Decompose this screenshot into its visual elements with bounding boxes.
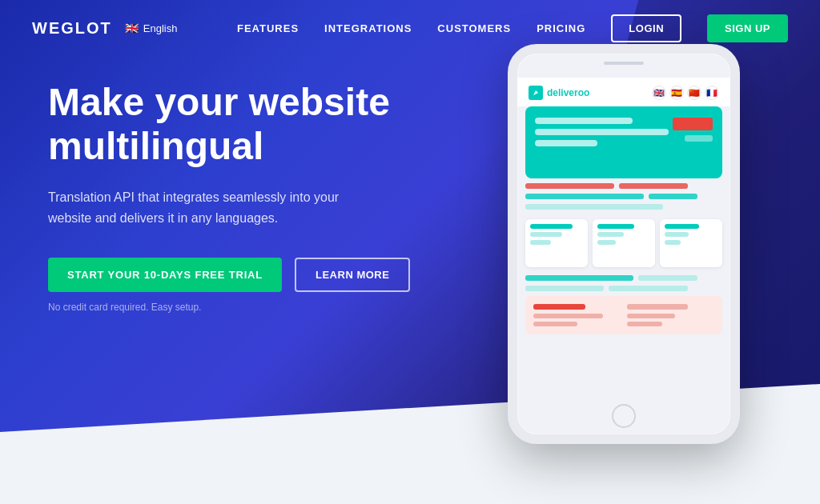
card-line-5 [597, 232, 624, 237]
content-row-3 [525, 204, 722, 210]
phone-screen: deliveroo 🇬🇧 🇪🇸 🇨🇳 🇫🇷 [517, 78, 730, 410]
footer-line-1 [533, 304, 585, 310]
deliveroo-name: deliveroo [547, 87, 589, 98]
login-button[interactable]: LOGIN [611, 14, 681, 42]
app-cards [517, 214, 730, 272]
card-line-9 [665, 240, 681, 245]
content-row-4 [525, 275, 722, 281]
footer-line-6 [627, 322, 662, 326]
trial-button[interactable]: START YOUR 10-DAYS FREE TRIAL [48, 258, 282, 292]
content-line-3 [525, 194, 644, 199]
flag-icon: 🇬🇧 [125, 22, 139, 34]
learn-more-button[interactable]: LEARN MORE [295, 258, 410, 292]
flag-uk: 🇬🇧 [652, 86, 666, 100]
phone-frame: deliveroo 🇬🇧 🇪🇸 🇨🇳 🇫🇷 [508, 44, 740, 444]
banner-line-2 [535, 129, 669, 135]
content-line-8 [525, 286, 604, 291]
content-line-7 [638, 275, 697, 281]
card-line-6 [597, 240, 616, 245]
footer-col-2 [627, 304, 714, 326]
logo-text: WEGLOT [32, 19, 112, 38]
flag-es: 🇪🇸 [669, 86, 684, 100]
app-content-2 [517, 275, 730, 291]
banner-line-3 [535, 140, 597, 146]
banner-button-2 [685, 135, 713, 142]
language-label: English [143, 22, 178, 34]
flag-fr: 🇫🇷 [705, 86, 719, 100]
hero-title: Make your website multilingual [48, 80, 464, 168]
footer-line-5 [627, 314, 675, 318]
footer-line-3 [533, 322, 577, 326]
header: WEGLOT 🇬🇧 English FEATURES INTEGRATIONS … [0, 0, 820, 56]
nav-features[interactable]: FEATURES [237, 22, 299, 34]
deliveroo-logo: deliveroo [529, 86, 589, 100]
deliveroo-svg [532, 89, 540, 97]
nav-integrations[interactable]: INTEGRATIONS [324, 22, 412, 34]
app-card-1 [525, 219, 588, 267]
app-footer-section [525, 296, 722, 334]
content-line-9 [609, 286, 687, 291]
hero-content: Make your website multilingual Translati… [48, 80, 464, 313]
app-header: deliveroo 🇬🇧 🇪🇸 🇨🇳 🇫🇷 [517, 78, 730, 106]
card-line-3 [530, 240, 551, 245]
content-line-5 [525, 204, 663, 210]
card-line-7 [665, 224, 699, 229]
main-nav: FEATURES INTEGRATIONS CUSTOMERS PRICING … [237, 14, 788, 42]
card-line-2 [530, 232, 562, 237]
deliveroo-icon [529, 86, 543, 100]
banner-button-1 [673, 118, 713, 130]
language-selector[interactable]: 🇬🇧 English [125, 22, 178, 34]
logo-link[interactable]: WEGLOT [32, 19, 112, 38]
card-line-1 [530, 224, 573, 229]
app-card-2 [593, 219, 655, 267]
content-row-1 [525, 183, 722, 189]
signup-button[interactable]: SIGN UP [707, 14, 788, 42]
phone-home-button [612, 404, 636, 428]
banner-line-1 [535, 118, 633, 124]
nav-customers[interactable]: CUSTOMERS [437, 22, 511, 34]
content-row-2 [525, 194, 722, 199]
hero-actions: START YOUR 10-DAYS FREE TRIAL LEARN MORE [48, 258, 464, 292]
footer-col-1 [533, 304, 621, 326]
content-line-1 [525, 183, 614, 189]
footer-line-4 [627, 304, 688, 310]
app-card-3 [660, 219, 722, 267]
card-line-4 [597, 224, 634, 229]
phone-mockup: deliveroo 🇬🇧 🇪🇸 🇨🇳 🇫🇷 [508, 44, 756, 460]
content-line-6 [525, 275, 633, 281]
hero-note: No credit card required. Easy setup. [48, 302, 464, 313]
footer-line-2 [533, 314, 603, 318]
card-line-8 [665, 232, 689, 237]
flag-cn: 🇨🇳 [687, 86, 701, 100]
flag-row: 🇬🇧 🇪🇸 🇨🇳 🇫🇷 [652, 86, 719, 100]
app-banner [525, 106, 722, 178]
content-row-5 [525, 286, 722, 291]
nav-pricing[interactable]: PRICING [537, 22, 585, 34]
phone-speaker [604, 62, 644, 65]
app-content-1 [517, 183, 730, 210]
hero-subtitle: Translation API that integrates seamless… [48, 187, 384, 228]
content-line-4 [649, 194, 698, 199]
content-line-2 [619, 183, 688, 189]
